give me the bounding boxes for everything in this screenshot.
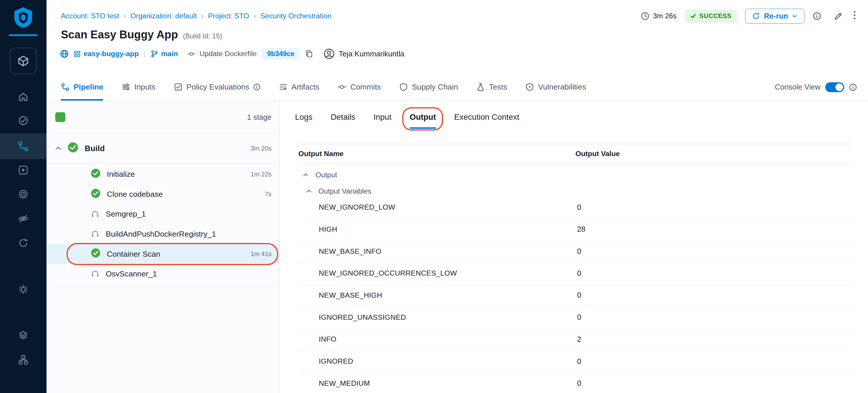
column-output-value: Output Value xyxy=(576,150,852,158)
step-row[interactable]: Container Scan 1m 41s xyxy=(46,244,279,264)
breadcrumb-account[interactable]: Account: STO test xyxy=(61,12,119,20)
nav-executions[interactable] xyxy=(0,160,46,180)
output-row: NEW_BASE_INFO 0 xyxy=(298,240,852,263)
step-row[interactable]: OsvScanner_1 xyxy=(46,264,279,284)
console-view-label: Console View xyxy=(775,83,820,91)
output-table: Output Name Output Value Output Output V… xyxy=(298,144,852,393)
collapse-chevron-icon[interactable] xyxy=(55,146,62,151)
pipeline-execution-page: Account: STO test › Organization: defaul… xyxy=(0,0,868,393)
breadcrumb-project[interactable]: Project: STO xyxy=(208,12,249,20)
nav-deployments[interactable] xyxy=(0,111,46,131)
more-options-button[interactable] xyxy=(854,11,856,21)
step-name: Semgrep_1 xyxy=(106,210,266,219)
meta-separator: | xyxy=(144,50,145,58)
step-row[interactable]: Semgrep_1 xyxy=(46,204,279,224)
tab-output[interactable]: Output xyxy=(410,113,436,129)
stage-count: 1 stage xyxy=(247,113,272,121)
commit-message-text: Update Dockerfile xyxy=(199,50,257,58)
chevron-up-icon[interactable] xyxy=(306,189,312,193)
tab-details[interactable]: Details xyxy=(331,113,355,129)
tab-execution-context[interactable]: Execution Context xyxy=(454,113,519,129)
output-name: HIGH xyxy=(298,225,575,234)
nav-chaos[interactable] xyxy=(0,233,46,253)
info-button[interactable] xyxy=(813,12,821,20)
console-view-toggle[interactable] xyxy=(825,82,844,92)
output-value: 0 xyxy=(576,203,852,212)
execution-tabbar: Pipeline Inputs Policy Evaluations Artif… xyxy=(46,73,868,100)
tab-label: Artifacts xyxy=(291,83,319,92)
tab-label: Vulnerabilities xyxy=(538,83,586,92)
left-nav-rail xyxy=(0,0,46,393)
nav-settings[interactable] xyxy=(0,280,46,300)
output-group-row[interactable]: Output xyxy=(298,164,852,180)
breadcrumb-organization[interactable]: Organization: default xyxy=(130,12,197,20)
tab-input[interactable]: Input xyxy=(374,113,391,129)
output-row: HIGH 28 xyxy=(298,219,852,241)
breadcrumb-separator: › xyxy=(201,12,204,20)
logo-underline xyxy=(9,34,37,36)
step-detail-panel: Logs Details Input Output Execution Cont… xyxy=(280,101,868,393)
step-row[interactable]: Initialize 1m 22s xyxy=(46,164,279,185)
output-value: 0 xyxy=(576,291,852,299)
tab-policy-evaluations[interactable]: Policy Evaluations xyxy=(174,73,260,100)
header-actions: 3m 26s SUCCESS Re-run xyxy=(641,9,856,23)
output-variables-group-row[interactable]: Output Variables xyxy=(298,180,852,196)
breadcrumb: Account: STO test › Organization: defaul… xyxy=(61,12,331,20)
tab-label: Inputs xyxy=(134,83,156,92)
layers-icon xyxy=(18,330,29,341)
console-view-control: Console View xyxy=(775,73,857,100)
breadcrumb-module[interactable]: Security Orchestration xyxy=(260,12,332,20)
branch-name: main xyxy=(161,50,178,58)
step-success-icon xyxy=(91,188,100,200)
breadcrumb-separator: › xyxy=(253,12,256,20)
stage-status-square xyxy=(55,112,65,122)
copy-sha-button[interactable] xyxy=(305,50,313,58)
nav-security-tests[interactable] xyxy=(0,209,46,229)
home-icon xyxy=(18,91,29,102)
tab-logs[interactable]: Logs xyxy=(295,113,312,129)
output-row: NEW_IGNORED_LOW 0 xyxy=(298,196,852,219)
nav-organizations[interactable] xyxy=(0,350,46,370)
step-list: Initialize 1m 22s Clone codebase 7s Semg… xyxy=(46,163,279,286)
repo-link[interactable]: easy-buggy-app xyxy=(73,50,139,58)
shield-alert-icon xyxy=(525,83,534,91)
chevron-up-icon[interactable] xyxy=(303,173,308,177)
tab-vulnerabilities[interactable]: Vulnerabilities xyxy=(525,73,586,100)
commit-message: Update Dockerfile xyxy=(187,50,257,58)
tab-artifacts[interactable]: Artifacts xyxy=(279,73,319,100)
step-duration: 1m 41s xyxy=(251,250,272,258)
edit-pipeline-button[interactable] xyxy=(834,11,843,21)
nav-resources[interactable] xyxy=(0,326,46,345)
output-name: NEW_IGNORED_OCCURRENCES_LOW xyxy=(298,269,575,277)
author-name: Teja Kummarikuntla xyxy=(339,50,404,58)
stage-row-build[interactable]: Build 3m 20s xyxy=(46,134,279,163)
checkbox-icon xyxy=(174,83,183,91)
step-row[interactable]: BuildAndPushDockerRegistry_1 xyxy=(46,224,279,244)
output-row: NEW_BASE_HIGH 0 xyxy=(298,284,852,307)
output-row: IGNORED_UNASSIGNED 0 xyxy=(298,306,852,329)
commit-sha-chip[interactable]: 9b349ce xyxy=(261,48,300,59)
tab-tests[interactable]: Tests xyxy=(476,73,507,100)
branch-link[interactable]: main xyxy=(151,50,178,58)
step-row[interactable]: Clone codebase 7s xyxy=(46,184,279,204)
trigger-author: Teja Kummarikuntla xyxy=(324,49,404,59)
nav-targets[interactable] xyxy=(0,184,46,204)
nav-home[interactable] xyxy=(0,87,46,107)
total-duration: 3m 26s xyxy=(641,11,676,20)
build-id: (Build Id: 15) xyxy=(183,32,222,40)
nav-pipelines-active[interactable] xyxy=(0,133,46,159)
active-tab-underline xyxy=(410,127,436,129)
module-selector-button[interactable] xyxy=(10,48,36,74)
deployments-icon xyxy=(18,115,29,126)
column-output-name: Output Name xyxy=(298,150,575,158)
step-name: BuildAndPushDockerRegistry_1 xyxy=(106,230,266,239)
module-cube-icon xyxy=(17,55,29,67)
harness-logo[interactable] xyxy=(12,6,34,28)
tab-pipeline[interactable]: Pipeline xyxy=(61,73,103,100)
output-row: IGNORED 0 xyxy=(298,351,852,373)
rerun-button[interactable]: Re-run xyxy=(745,9,804,23)
tab-inputs[interactable]: Inputs xyxy=(122,73,155,100)
tab-supply-chain[interactable]: Supply Chain xyxy=(399,73,458,100)
step-name: Container Scan xyxy=(107,250,245,259)
tab-commits[interactable]: Commits xyxy=(338,73,381,100)
